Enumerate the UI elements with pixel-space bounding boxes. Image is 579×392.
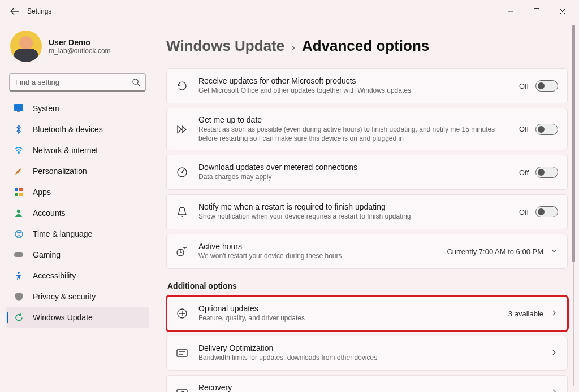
sidebar-item-label: Bluetooth & devices — [33, 125, 103, 134]
setting-title: Download updates over metered connection… — [198, 163, 509, 172]
sidebar-item-label: System — [33, 104, 59, 113]
breadcrumb: Windows Update › Advanced options — [166, 37, 568, 55]
setting-title: Notify me when a restart is required to … — [198, 202, 509, 211]
bluetooth-icon — [14, 124, 24, 134]
svg-rect-2 — [14, 104, 23, 111]
svg-rect-7 — [15, 193, 18, 196]
setting-sub: Bandwidth limits for updates, downloads … — [198, 354, 540, 363]
display-icon — [14, 103, 24, 114]
setting-receive-other-products[interactable]: Receive updates for other Microsoft prod… — [166, 68, 568, 103]
setting-sub: We won't restart your device during thes… — [198, 252, 437, 261]
setting-sub: Feature, quality, and driver updates — [198, 314, 498, 323]
svg-point-9 — [17, 209, 20, 212]
toggle-state: Off — [519, 82, 529, 90]
sidebar-item-label: Time & language — [33, 229, 92, 238]
sidebar: User Demo m_lab@outlook.com System Bluet… — [0, 23, 155, 392]
chevron-right-icon: › — [291, 41, 295, 54]
history-icon — [176, 80, 188, 92]
sidebar-item-label: Windows Update — [33, 313, 93, 322]
nav-list: System Bluetooth & devices Network & int… — [6, 98, 149, 328]
activehours-icon — [176, 245, 188, 258]
wifi-icon — [14, 145, 24, 155]
svg-point-4 — [18, 152, 20, 154]
sidebar-item-gaming[interactable]: Gaming — [6, 245, 149, 265]
sidebar-item-label: Privacy & security — [33, 292, 96, 301]
chevron-down-icon — [550, 247, 558, 256]
svg-rect-8 — [19, 193, 23, 196]
setting-title: Receive updates for other Microsoft prod… — [198, 76, 509, 85]
toggle-switch[interactable] — [535, 80, 558, 92]
setting-active-hours[interactable]: Active hours We won't restart your devic… — [166, 234, 568, 269]
titlebar: Settings — [0, 0, 579, 23]
plus-circle-icon — [176, 307, 188, 320]
search-input[interactable] — [9, 73, 146, 92]
main-content: Windows Update › Advanced options Receiv… — [155, 23, 579, 392]
svg-point-14 — [182, 172, 183, 173]
window-title: Settings — [27, 7, 51, 15]
toggle-state: Off — [519, 208, 529, 216]
breadcrumb-parent[interactable]: Windows Update — [166, 37, 284, 55]
setting-sub: Restart as soon as possible (even during… — [198, 125, 509, 143]
sidebar-item-label: Personalization — [33, 167, 87, 176]
apps-icon — [14, 187, 24, 197]
sidebar-item-accessibility[interactable]: Accessibility — [6, 265, 149, 286]
delivery-icon — [176, 347, 188, 359]
sidebar-item-label: Accounts — [33, 208, 66, 217]
person-icon — [14, 208, 24, 218]
svg-point-12 — [18, 272, 20, 274]
svg-rect-0 — [534, 9, 539, 14]
section-header-additional: Additional options — [167, 281, 568, 290]
setting-recovery[interactable]: Recovery Reset, advanced startup, go bac… — [166, 375, 568, 392]
chevron-right-icon — [550, 349, 558, 358]
gauge-icon — [176, 166, 188, 178]
sidebar-item-label: Gaming — [33, 250, 61, 259]
svg-rect-11 — [14, 252, 23, 257]
maximize-button[interactable] — [524, 2, 550, 20]
setting-title: Active hours — [198, 242, 437, 251]
close-button[interactable] — [550, 2, 576, 20]
setting-optional-updates[interactable]: Optional updates Feature, quality, and d… — [166, 296, 568, 331]
setting-title: Delivery Optimization — [198, 343, 540, 352]
sidebar-item-label: Network & internet — [33, 146, 98, 155]
setting-title: Optional updates — [198, 304, 498, 313]
setting-metered-connections[interactable]: Download updates over metered connection… — [166, 155, 568, 190]
sidebar-item-label: Accessibility — [33, 271, 76, 280]
setting-delivery-optimization[interactable]: Delivery Optimization Bandwidth limits f… — [166, 336, 568, 371]
toggle-state: Off — [519, 125, 529, 133]
svg-rect-6 — [19, 188, 23, 191]
back-button[interactable] — [7, 3, 23, 19]
setting-value: Currently 7:00 AM to 6:00 PM — [447, 247, 543, 256]
setting-title: Get me up to date — [198, 115, 509, 124]
svg-point-1 — [133, 79, 138, 84]
window-controls — [498, 2, 576, 20]
sidebar-item-apps[interactable]: Apps — [6, 182, 149, 202]
user-block[interactable]: User Demo m_lab@outlook.com — [6, 27, 149, 70]
setting-value: 3 available — [508, 310, 543, 318]
recovery-icon — [176, 386, 188, 392]
setting-title: Recovery — [198, 383, 540, 392]
user-email: m_lab@outlook.com — [49, 47, 111, 55]
sidebar-item-accounts[interactable]: Accounts — [6, 203, 149, 223]
minimize-button[interactable] — [498, 2, 524, 20]
scrollbar-thumb[interactable] — [572, 25, 575, 262]
sidebar-item-personalization[interactable]: Personalization — [6, 161, 149, 181]
fastforward-icon — [176, 123, 188, 136]
toggle-state: Off — [519, 168, 529, 177]
toggle-switch[interactable] — [535, 206, 558, 217]
setting-restart-notify[interactable]: Notify me when a restart is required to … — [166, 194, 568, 229]
toggle-switch[interactable] — [535, 124, 558, 135]
accessibility-icon — [14, 271, 24, 281]
sidebar-item-time-language[interactable]: Time & language — [6, 224, 149, 244]
chevron-right-icon — [550, 309, 558, 319]
sidebar-item-bluetooth[interactable]: Bluetooth & devices — [6, 119, 149, 140]
sidebar-item-privacy[interactable]: Privacy & security — [6, 286, 149, 307]
sidebar-item-network[interactable]: Network & internet — [6, 140, 149, 160]
setting-sub: Get Microsoft Office and other updates t… — [198, 86, 509, 95]
sidebar-item-system[interactable]: System — [6, 98, 149, 119]
sidebar-item-windows-update[interactable]: Windows Update — [6, 307, 149, 328]
chevron-right-icon — [550, 388, 558, 392]
avatar — [10, 31, 42, 62]
globe-icon — [14, 229, 24, 239]
toggle-switch[interactable] — [535, 167, 558, 178]
setting-get-me-up-to-date[interactable]: Get me up to date Restart as soon as pos… — [166, 108, 568, 150]
